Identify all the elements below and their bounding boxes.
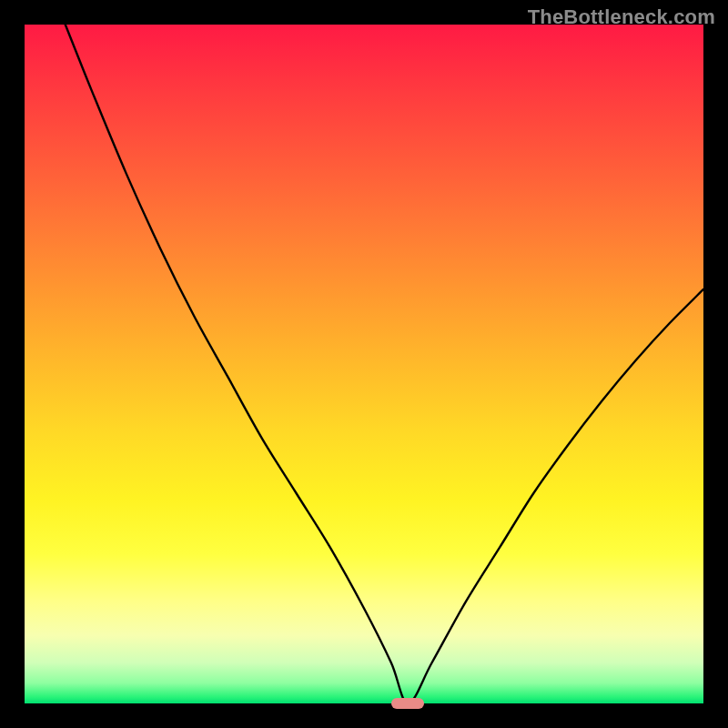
optimum-marker: [391, 698, 424, 709]
watermark-text: TheBottleneck.com: [528, 5, 715, 29]
bottleneck-curve: [25, 25, 703, 703]
chart-plot-area: [25, 25, 703, 703]
